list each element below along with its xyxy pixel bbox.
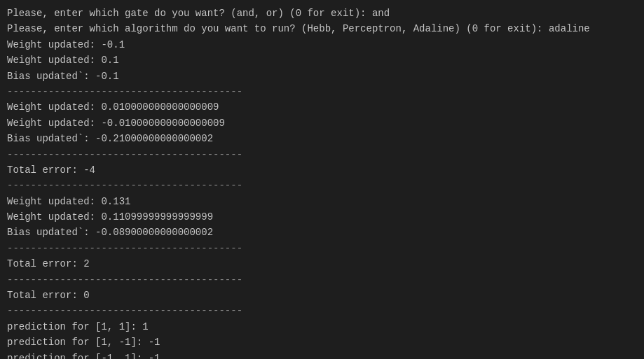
terminal-line: ----------------------------------------	[7, 147, 637, 162]
terminal-line: Weight updated: 0.131	[7, 194, 637, 209]
terminal-line: ----------------------------------------	[7, 303, 637, 318]
terminal-line: prediction for [-1, 1]: -1	[7, 351, 637, 359]
terminal-line: Total error: -4	[7, 162, 637, 178]
terminal-line: Please, enter which gate do you want? (a…	[7, 6, 637, 21]
terminal-line: Weight updated: -0.010000000000000009	[7, 115, 637, 131]
terminal-line: Total error: 2	[7, 256, 637, 272]
terminal-window: Please, enter which gate do you want? (a…	[0, 0, 644, 359]
terminal-line: Bias updated`: -0.1	[7, 69, 637, 84]
terminal-line: prediction for [1, 1]: 1	[7, 319, 637, 335]
terminal-line: ----------------------------------------	[7, 178, 637, 193]
terminal-line: Bias updated`: -0.08900000000000002	[7, 225, 637, 240]
terminal-line: Bias updated`: -0.21000000000000002	[7, 131, 637, 146]
terminal-line: ----------------------------------------	[7, 84, 637, 99]
terminal-line: ----------------------------------------	[7, 272, 637, 288]
terminal-line: Weight updated: 0.1	[7, 52, 637, 68]
terminal-line: Weight updated: -0.1	[7, 37, 637, 52]
terminal-line: ----------------------------------------	[7, 241, 637, 256]
terminal-line: Weight updated: 0.010000000000000009	[7, 99, 637, 115]
terminal-line: Please, enter which algorithm do you wan…	[7, 21, 637, 36]
terminal-line: prediction for [1, -1]: -1	[7, 335, 637, 350]
terminal-line: Total error: 0	[7, 288, 637, 303]
terminal-output: Please, enter which gate do you want? (a…	[7, 6, 637, 359]
terminal-line: Weight updated: 0.11099999999999999	[7, 209, 637, 225]
